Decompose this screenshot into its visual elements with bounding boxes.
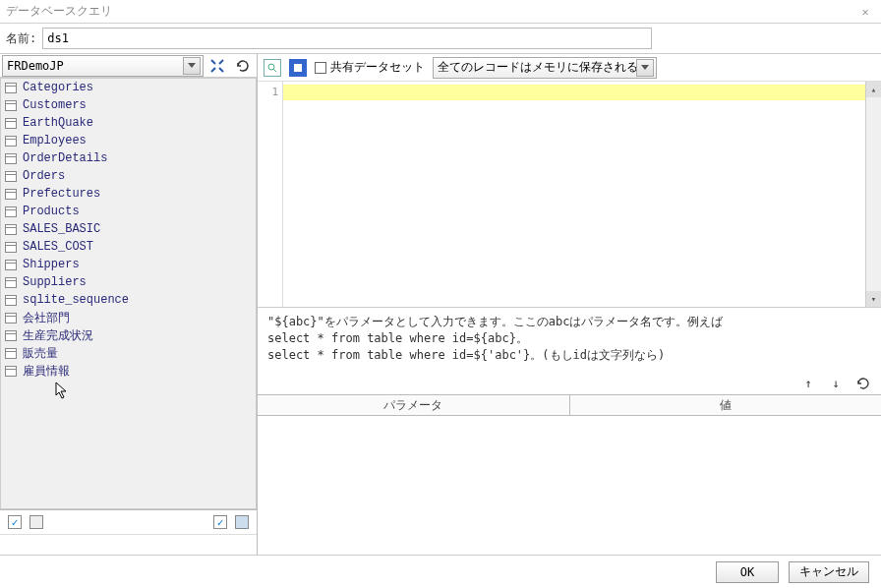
table-icon — [5, 153, 17, 164]
table-icon — [5, 83, 17, 93]
table-icon — [5, 118, 17, 129]
name-input[interactable] — [42, 28, 652, 49]
table-item[interactable]: Categories — [1, 79, 256, 96]
cancel-button[interactable]: キャンセル — [789, 561, 869, 583]
table-label: 雇員情報 — [23, 363, 70, 380]
sql-editor[interactable] — [283, 82, 865, 307]
window-title: データベースクエリ — [6, 3, 855, 20]
table-icon — [5, 189, 17, 200]
param-col-header: パラメータ — [258, 395, 570, 415]
table-item[interactable]: Shippers — [1, 256, 256, 273]
ok-button[interactable]: OK — [716, 561, 779, 583]
table-icon — [5, 206, 17, 217]
table-item[interactable]: Products — [1, 203, 256, 220]
table-icon — [5, 330, 17, 341]
table-label: 生産完成状況 — [23, 327, 93, 344]
chevron-down-icon[interactable] — [183, 57, 201, 75]
editor-gutter: 1 — [258, 82, 283, 307]
table-item[interactable]: Orders — [1, 167, 256, 185]
table-label: Orders — [23, 169, 65, 183]
list-icon-1 — [29, 515, 43, 529]
checkbox-1[interactable]: ✓ — [8, 515, 22, 529]
chevron-down-icon[interactable] — [636, 59, 654, 77]
line-number: 1 — [258, 86, 278, 98]
datasource-combo[interactable]: FRDemoJP — [2, 55, 204, 77]
table-item[interactable]: 雇員情報 — [1, 362, 256, 380]
scroll-down-icon[interactable]: ▾ — [866, 291, 881, 307]
table-icon — [5, 366, 17, 377]
datasource-selected: FRDemoJP — [7, 59, 64, 73]
table-icon — [5, 348, 17, 359]
table-icon — [5, 277, 17, 288]
table-label: Products — [23, 205, 80, 218]
table-label: Shippers — [23, 258, 80, 271]
sql-icon[interactable] — [289, 59, 307, 77]
value-col-header: 値 — [570, 395, 882, 415]
table-icon — [5, 136, 17, 147]
table-item[interactable]: Prefectures — [1, 185, 256, 203]
shared-label: 共有データセット — [330, 59, 425, 76]
refresh-param-icon[interactable] — [855, 376, 871, 391]
arrow-down-icon[interactable]: ↓ — [828, 376, 844, 391]
table-label: EarthQuake — [23, 116, 93, 130]
param-table-header: パラメータ 値 — [258, 394, 881, 416]
table-label: Employees — [23, 134, 87, 147]
close-icon[interactable]: ✕ — [855, 2, 875, 22]
table-label: Suppliers — [23, 275, 87, 289]
table-label: 販売量 — [23, 345, 58, 362]
table-icon — [5, 260, 17, 270]
scroll-up-icon[interactable]: ▴ — [866, 82, 881, 97]
checkbox-2[interactable]: ✓ — [213, 515, 227, 529]
table-item[interactable]: sqlite_sequence — [1, 291, 256, 309]
param-table-body[interactable] — [258, 416, 881, 555]
table-label: OrderDetails — [23, 151, 107, 165]
refresh-icon[interactable] — [231, 55, 255, 77]
svg-line-1 — [273, 69, 276, 72]
list-icon-2 — [235, 515, 249, 529]
table-icon — [5, 171, 17, 182]
table-icon — [5, 224, 17, 235]
table-icon — [5, 313, 17, 323]
table-icon — [5, 242, 17, 253]
arrow-up-icon[interactable]: ↑ — [800, 376, 816, 391]
memory-selected: 全てのレコードはメモリに保存される — [438, 59, 638, 76]
table-label: sqlite_sequence — [23, 293, 129, 307]
table-item[interactable]: OrderDetails — [1, 149, 256, 167]
table-icon — [5, 100, 17, 111]
table-item[interactable]: EarthQuake — [1, 114, 256, 132]
table-list: CategoriesCustomersEarthQuakeEmployeesOr… — [0, 78, 257, 509]
table-item[interactable]: Customers — [1, 96, 256, 114]
table-icon — [5, 295, 17, 306]
table-item[interactable]: SALES_COST — [1, 238, 256, 256]
preview-icon[interactable] — [264, 59, 281, 77]
svg-rect-2 — [294, 64, 302, 72]
scrollbar[interactable]: ▴ ▾ — [865, 82, 881, 307]
tools-icon[interactable] — [206, 55, 229, 77]
table-label: SALES_BASIC — [23, 222, 100, 236]
table-item[interactable]: Suppliers — [1, 273, 256, 291]
table-item[interactable]: 生産完成状況 — [1, 326, 256, 344]
table-item[interactable]: SALES_BASIC — [1, 220, 256, 238]
hint-text: "${abc}"をパラメータとして入力できます。ここのabcはパラメータ名です。… — [258, 308, 881, 373]
name-label: 名前: — [6, 30, 36, 47]
table-label: SALES_COST — [23, 240, 93, 254]
table-label: Categories — [23, 81, 93, 94]
table-item[interactable]: Employees — [1, 132, 256, 149]
table-item[interactable]: 会社部門 — [1, 309, 256, 326]
shared-checkbox[interactable] — [315, 62, 326, 74]
memory-combo[interactable]: 全てのレコードはメモリに保存される — [433, 57, 657, 79]
table-label: 会社部門 — [23, 310, 70, 326]
table-label: Prefectures — [23, 187, 100, 201]
table-item[interactable]: 販売量 — [1, 344, 256, 362]
table-label: Customers — [23, 98, 87, 112]
